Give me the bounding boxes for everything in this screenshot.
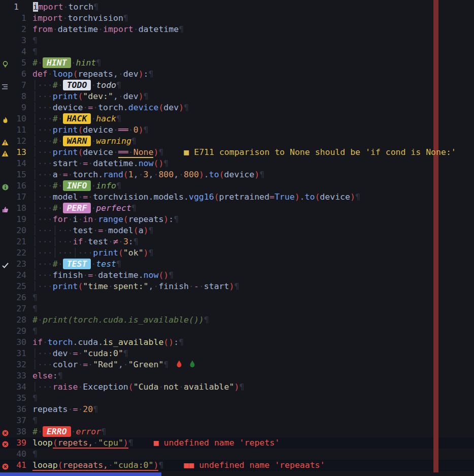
- code-text[interactable]: #·print(torch.cuda.is_available())¶: [32, 314, 474, 326]
- line-number[interactable]: 30: [10, 337, 29, 348]
- line-number[interactable]: 1: [10, 13, 29, 24]
- code-text[interactable]: looap(repeaats,·"cuda:0")¶■■ undefined n…: [32, 460, 474, 471]
- line-number[interactable]: 36: [10, 404, 29, 415]
- line-number[interactable]: 11: [10, 124, 29, 136]
- line-number[interactable]: 29: [10, 326, 29, 337]
- line-number[interactable]: 23: [10, 259, 29, 270]
- code-text[interactable]: │···start·=·datetime.now()¶: [32, 158, 474, 169]
- indent-guide: │: [53, 248, 58, 258]
- line-number[interactable]: 27: [10, 303, 29, 314]
- line-number[interactable]: 8: [10, 91, 29, 102]
- code-text[interactable]: │···│···if·test·≠·3:¶: [32, 236, 474, 247]
- line-number[interactable]: 32: [10, 359, 29, 370]
- line-number[interactable]: 33: [10, 370, 29, 382]
- line-number[interactable]: 41: [10, 460, 29, 471]
- code-text[interactable]: ¶: [32, 415, 474, 426]
- line-number[interactable]: 24: [10, 270, 29, 281]
- code-text[interactable]: ¶: [32, 35, 474, 46]
- code-text[interactable]: def·loop(repeats,·dev):¶: [32, 69, 474, 80]
- line-number[interactable]: 1: [10, 2, 30, 13]
- line-number[interactable]: 3: [10, 35, 29, 46]
- code-text[interactable]: #·ERRO·error¶: [32, 426, 474, 437]
- code-text[interactable]: ¶: [32, 449, 474, 460]
- code-text[interactable]: │···finish·=·datetime.now()¶: [32, 270, 474, 281]
- line-number[interactable]: 28: [10, 314, 29, 326]
- line-number[interactable]: 5: [10, 57, 29, 69]
- code-text[interactable]: │···print("time·spent:",·finish·-·start)…: [32, 281, 474, 292]
- token: 800: [158, 170, 174, 179]
- code-text[interactable]: │···raise·Exception("Cuda·not·available"…: [32, 382, 474, 393]
- code-text[interactable]: │···model·=·torchvision.models.vgg16(pre…: [32, 192, 474, 203]
- line-number[interactable]: 20: [10, 225, 29, 236]
- code-text[interactable]: │···color·=·"Red",·"Green"¶: [32, 359, 474, 370]
- code-text[interactable]: import·torchvision¶: [32, 13, 474, 24]
- code-text[interactable]: ¶: [32, 46, 474, 57]
- code-text[interactable]: else:¶: [32, 370, 474, 382]
- line-number[interactable]: 13: [10, 147, 29, 158]
- line-number[interactable]: 39: [10, 437, 29, 449]
- line-number[interactable]: 40: [10, 449, 29, 460]
- code-text[interactable]: │···dev·=·"cuda:0"¶: [32, 348, 474, 359]
- line-number[interactable]: 38: [10, 426, 29, 437]
- whitespace-dot: ···: [58, 226, 73, 235]
- line-number[interactable]: 7: [10, 80, 29, 91]
- token: ══: [118, 147, 128, 158]
- code-text[interactable]: import·torch¶: [33, 2, 474, 13]
- line-number[interactable]: 17: [10, 192, 29, 203]
- code-text[interactable]: ¶: [32, 292, 474, 303]
- line-number[interactable]: 35: [10, 393, 29, 404]
- code-text[interactable]: #·HINT·hint¶: [32, 57, 474, 69]
- line-number[interactable]: 26: [10, 292, 29, 303]
- line-number[interactable]: 14: [10, 158, 29, 169]
- code-text[interactable]: │···│···test·=·model(a)¶: [32, 225, 474, 236]
- line-number[interactable]: 6: [10, 69, 29, 80]
- code-text[interactable]: │···print(device·══·None)¶■ E711 compari…: [32, 147, 474, 158]
- code-text[interactable]: │···#·TEST·test¶: [32, 259, 474, 270]
- code-text[interactable]: │···#·INFO·info¶: [32, 180, 474, 192]
- code-text[interactable]: │···print(device·══·0)¶: [32, 124, 474, 136]
- line-number[interactable]: 22: [10, 247, 29, 259]
- code-text[interactable]: │···device·=·torch.device(dev)¶: [32, 102, 474, 113]
- code-editor[interactable]: 1import·torch¶1import·torchvision¶2from·…: [0, 0, 474, 476]
- token: (: [214, 192, 219, 202]
- token: torch: [73, 170, 98, 179]
- code-text[interactable]: repeats·=·20¶: [32, 404, 474, 415]
- code-text[interactable]: loop(repets,·"cpu")¶■ undefined name 're…: [32, 437, 474, 449]
- line-number[interactable]: 31: [10, 348, 29, 359]
- line-number[interactable]: 34: [10, 382, 29, 393]
- code-line: 32│···color·=·"Red",·"Green"¶: [0, 359, 474, 370]
- line-number[interactable]: 25: [10, 281, 29, 292]
- code-text[interactable]: ¶: [32, 303, 474, 314]
- line-number[interactable]: 2: [10, 24, 29, 35]
- whitespace-dot: ·: [113, 125, 118, 135]
- token: (: [78, 147, 83, 157]
- token: ): [350, 192, 355, 202]
- line-number[interactable]: 19: [10, 214, 29, 225]
- code-text[interactable]: │···#·PERF·perfect¶: [32, 203, 474, 214]
- line-number[interactable]: 9: [10, 102, 29, 113]
- line-number[interactable]: 18: [10, 203, 29, 214]
- code-text[interactable]: │···│···│···print("ok")¶: [32, 247, 474, 259]
- line-number[interactable]: 12: [10, 136, 29, 147]
- code-text[interactable]: │···a·=·torch.rand(1,·3,·800,·800).to(de…: [32, 169, 474, 180]
- token: #: [32, 58, 38, 68]
- line-number[interactable]: 10: [10, 113, 29, 124]
- code-text[interactable]: from·datetime·import·datetime¶: [32, 24, 474, 35]
- code-text[interactable]: ¶: [32, 393, 474, 404]
- code-text[interactable]: │···for·i·in·range(repeats):¶: [32, 214, 474, 225]
- code-text[interactable]: │···#·TODO·todo¶: [32, 80, 474, 91]
- line-number[interactable]: 4: [10, 46, 29, 57]
- code-text[interactable]: if·torch.cuda.is_available():¶: [32, 337, 474, 348]
- sign-column: [0, 270, 10, 281]
- whitespace-dot: ·: [88, 192, 93, 202]
- code-text[interactable]: │···print("dev:",·dev)¶: [32, 91, 474, 102]
- line-number[interactable]: 21: [10, 236, 29, 247]
- pilcrow-mark: ¶: [32, 326, 38, 336]
- code-text[interactable]: ¶: [32, 326, 474, 337]
- line-number[interactable]: 16: [10, 180, 29, 192]
- line-number[interactable]: 37: [10, 415, 29, 426]
- line-number[interactable]: 15: [10, 169, 29, 180]
- token: if: [73, 237, 83, 246]
- code-text[interactable]: │···#·HACK·hack¶: [32, 113, 474, 124]
- code-text[interactable]: │···#·WARN·warning¶: [32, 136, 474, 147]
